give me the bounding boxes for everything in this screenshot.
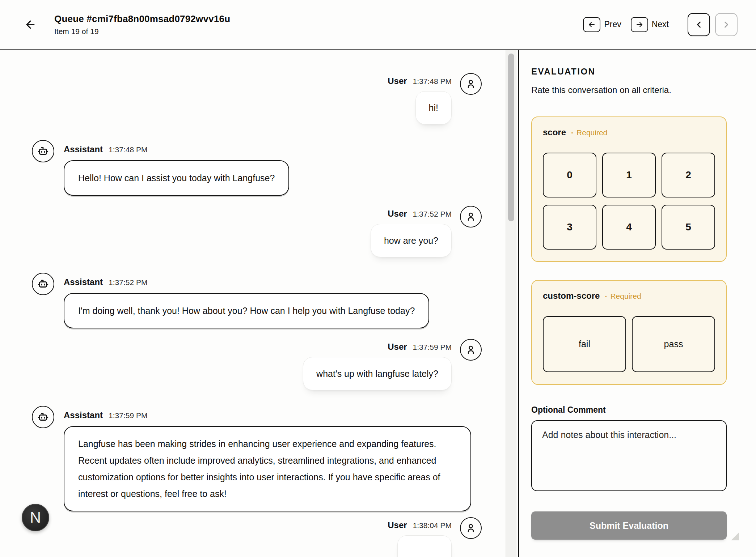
conversation-panel: User 1:37:48 PM hi! Assistant (0, 50, 519, 557)
message-timestamp: 1:37:52 PM (109, 278, 147, 287)
criterion-name: custom-score (543, 291, 600, 301)
message-bubble: Hello! How can I assist you today with L… (64, 160, 289, 196)
user-icon (465, 344, 477, 356)
score-option-1[interactable]: 1 (602, 153, 656, 197)
message-role: User (388, 342, 407, 352)
arrow-right-key-icon (631, 17, 648, 32)
criterion-card-score: score Required 0 1 2 3 4 5 (531, 116, 727, 262)
title-block: Queue #cmi7fba8n00msad0792wvv16u Item 19… (54, 13, 230, 36)
n-logo-icon: N (30, 509, 41, 526)
evaluation-subheading: Rate this conversation on all criteria. (531, 85, 671, 95)
avatar (460, 339, 482, 361)
required-badge: Required (571, 128, 607, 137)
message-header: User 1:37:52 PM (388, 209, 452, 220)
score-options: 0 1 2 3 4 5 (543, 153, 715, 250)
score-option-4[interactable]: 4 (602, 205, 656, 250)
message-role: Assistant (64, 144, 103, 154)
criterion-name: score (543, 127, 566, 137)
header-controls: Prev Next (583, 13, 738, 36)
avatar (32, 273, 54, 295)
message-header: Assistant 1:37:48 PM (64, 144, 147, 155)
score-option-3[interactable]: 3 (543, 205, 596, 250)
submit-evaluation-button[interactable]: Submit Evaluation (531, 511, 727, 540)
message-role: User (388, 76, 407, 86)
message-timestamp: 1:37:59 PM (413, 343, 452, 352)
message-header: User 1:37:59 PM (388, 342, 452, 353)
arrow-left-key-icon (583, 17, 600, 32)
chat-message-assistant: Assistant 1:37:48 PM Hello! How can I as… (32, 140, 471, 196)
bot-icon (37, 278, 49, 290)
next-item-button[interactable]: Next (631, 17, 669, 32)
evaluation-heading: EVALUATION (531, 67, 595, 77)
comment-input[interactable] (531, 420, 727, 491)
chat-message-assistant: Assistant 1:37:59 PM Langfuse has been m… (32, 406, 471, 511)
user-icon (465, 78, 477, 90)
item-counter: Item 19 of 19 (54, 27, 230, 36)
avatar (32, 406, 54, 428)
chevron-right-icon (721, 20, 731, 30)
avatar (460, 73, 482, 95)
message-bubble: Langfuse has been making strides in enha… (64, 426, 471, 511)
custom-score-option-fail[interactable]: fail (543, 316, 626, 372)
chevron-left-icon (694, 20, 704, 30)
chat-message-user: User 1:37:59 PM what's up with langfuse … (109, 339, 482, 390)
resize-handle[interactable] (731, 532, 739, 540)
message-timestamp: 1:37:59 PM (109, 411, 147, 420)
criterion-header: custom-score Required (543, 291, 715, 301)
avatar (460, 517, 482, 539)
nextjs-dev-badge[interactable]: N (22, 504, 49, 531)
message-bubble: what's up with langfuse lately? (303, 357, 452, 390)
message-role: User (388, 209, 407, 219)
avatar (460, 206, 482, 228)
chat-message-user: User 1:37:52 PM how are you? (109, 206, 482, 257)
page-title: Queue #cmi7fba8n00msad0792wvv16u (54, 13, 230, 25)
optional-comment-label: Optional Comment (531, 405, 606, 415)
message-role: Assistant (64, 277, 103, 287)
score-option-5[interactable]: 5 (662, 205, 715, 250)
evaluation-panel: EVALUATION Rate this conversation on all… (520, 50, 756, 557)
score-option-2[interactable]: 2 (662, 153, 715, 197)
message-role: Assistant (64, 410, 103, 420)
pager-buttons (688, 13, 738, 36)
message-timestamp: 1:37:52 PM (413, 210, 452, 218)
arrow-left-icon (24, 18, 37, 31)
criterion-card-custom-score: custom-score Required fail pass (531, 280, 727, 385)
message-role: User (388, 520, 407, 530)
prev-item-button[interactable]: Prev (583, 17, 621, 32)
bot-icon (37, 145, 49, 157)
chat-message-user: User 1:37:48 PM hi! (109, 73, 482, 124)
message-header: Assistant 1:37:52 PM (64, 277, 147, 288)
prev-label: Prev (604, 20, 621, 29)
page-back-button[interactable] (688, 13, 710, 36)
message-timestamp: 1:37:48 PM (413, 77, 452, 86)
required-badge: Required (605, 292, 641, 301)
next-label: Next (652, 20, 669, 29)
bot-icon (37, 411, 49, 423)
user-icon (465, 211, 477, 222)
chat-scrollbar-thumb[interactable] (508, 54, 514, 221)
message-bubble: how are you? (371, 224, 452, 257)
user-icon (465, 522, 477, 534)
message-bubble (397, 535, 452, 557)
back-button[interactable] (22, 17, 38, 33)
chat-message-user: User 1:38:04 PM (109, 517, 482, 557)
message-header: User 1:37:48 PM (388, 76, 452, 87)
message-header: Assistant 1:37:59 PM (64, 410, 147, 421)
custom-score-options: fail pass (543, 316, 715, 372)
header: Queue #cmi7fba8n00msad0792wvv16u Item 19… (0, 0, 756, 50)
avatar (32, 140, 54, 162)
annotation-queue-app: Queue #cmi7fba8n00msad0792wvv16u Item 19… (0, 0, 756, 557)
criterion-header: score Required (543, 127, 715, 137)
score-option-0[interactable]: 0 (543, 153, 596, 197)
message-bubble: I'm doing well, thank you! How about you… (64, 293, 429, 328)
message-timestamp: 1:38:04 PM (413, 521, 452, 530)
message-header: User 1:38:04 PM (388, 520, 452, 531)
chat-scrollbar-track[interactable] (506, 50, 516, 557)
message-timestamp: 1:37:48 PM (109, 145, 147, 154)
chat-message-assistant: Assistant 1:37:52 PM I'm doing well, tha… (32, 273, 471, 328)
page-forward-button[interactable] (715, 13, 738, 36)
message-bubble: hi! (415, 91, 452, 124)
custom-score-option-pass[interactable]: pass (632, 316, 715, 372)
